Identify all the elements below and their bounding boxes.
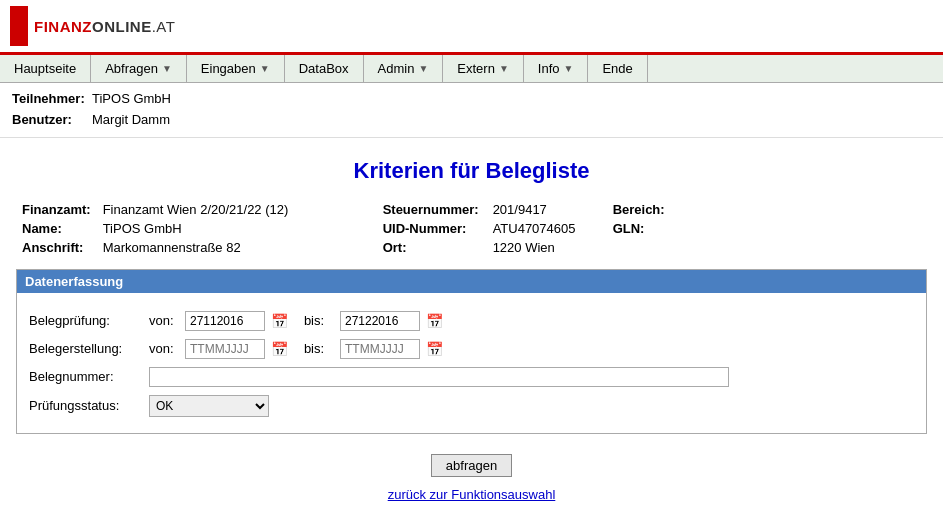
nav-extern-arrow: ▼ [499, 63, 509, 74]
header: FINANZONLINE.AT [0, 0, 943, 55]
anschrift-value: Markomannenstraße 82 [97, 238, 377, 257]
belegnummer-label: Belegnummer: [29, 369, 149, 384]
logo-red-bar [10, 6, 28, 46]
belegpruefung-von-group: von: 📅 bis: 📅 [149, 311, 443, 331]
info-row-3: Anschrift: Markomannenstraße 82 Ort: 122… [16, 238, 927, 257]
nav-ende[interactable]: Ende [588, 55, 647, 82]
von-label-1: von: [149, 313, 179, 328]
ort-value: 1220 Wien [487, 238, 607, 257]
gln-label: GLN: [607, 219, 671, 238]
nav-info[interactable]: Info ▼ [524, 55, 589, 82]
belegnummer-row: Belegnummer: [25, 367, 918, 387]
belegerstellung-row: Belegerstellung: von: 📅 bis: 📅 [25, 339, 918, 359]
gln-value [671, 219, 927, 238]
benutzer-value: Margit Damm [92, 110, 170, 131]
back-link-area: zurück zur Funktionsauswahl [16, 487, 927, 502]
teilnehmer-value: TiPOS GmbH [92, 89, 171, 110]
nav-admin-label: Admin [378, 61, 415, 76]
belegpruefung-bis-input[interactable] [340, 311, 420, 331]
benutzer-row: Benutzer: Margit Damm [12, 110, 931, 131]
steuernummer-label: Steuernummer: [377, 200, 487, 219]
nav-admin[interactable]: Admin ▼ [364, 55, 444, 82]
nav-info-label: Info [538, 61, 560, 76]
nav-abfragen-arrow: ▼ [162, 63, 172, 74]
bis-label-2: bis: [294, 341, 334, 356]
nav-extern[interactable]: Extern ▼ [443, 55, 523, 82]
info-table: Finanzamt: Finanzamt Wien 2/20/21/22 (12… [16, 200, 927, 257]
pruefungsstatus-row: Prüfungsstatus: OK Fehler Alle [25, 395, 918, 417]
user-info: Teilnehmer: TiPOS GmbH Benutzer: Margit … [0, 83, 943, 138]
belegerstellung-von-group: von: 📅 bis: 📅 [149, 339, 443, 359]
uid-value: ATU47074605 [487, 219, 607, 238]
ort-label: Ort: [377, 238, 487, 257]
info-row-1: Finanzamt: Finanzamt Wien 2/20/21/22 (12… [16, 200, 927, 219]
nav-bar: Hauptseite Abfragen ▼ Eingaben ▼ DataBox… [0, 55, 943, 83]
section-header: Datenerfassung [17, 270, 926, 293]
page-title-area: Kriterien für Belegliste [0, 138, 943, 200]
uid-label: UID-Nummer: [377, 219, 487, 238]
nav-eingaben-arrow: ▼ [260, 63, 270, 74]
bis-label-1: bis: [294, 313, 334, 328]
logo-bar: FINANZONLINE.AT [10, 6, 175, 46]
belegerstellung-bis-input[interactable] [340, 339, 420, 359]
nav-eingaben[interactable]: Eingaben ▼ [187, 55, 285, 82]
belegpruefung-von-calendar-icon[interactable]: 📅 [271, 313, 288, 329]
bereich-value [671, 200, 927, 219]
nav-databox-label: DataBox [299, 61, 349, 76]
belegerstellung-von-calendar-icon[interactable]: 📅 [271, 341, 288, 357]
pruefungsstatus-select[interactable]: OK Fehler Alle [149, 395, 269, 417]
teilnehmer-label: Teilnehmer: [12, 89, 92, 110]
pruefungsstatus-label: Prüfungsstatus: [29, 398, 149, 413]
section-content: Belegprüfung: von: 📅 bis: 📅 Belegerstell… [17, 303, 926, 433]
belegerstellung-bis-calendar-icon[interactable]: 📅 [426, 341, 443, 357]
belegnummer-input[interactable] [149, 367, 729, 387]
steuernummer-value: 201/9417 [487, 200, 607, 219]
nav-hauptseite-label: Hauptseite [14, 61, 76, 76]
von-label-2: von: [149, 341, 179, 356]
nav-abfragen[interactable]: Abfragen ▼ [91, 55, 187, 82]
section-box: Datenerfassung Belegprüfung: von: 📅 bis:… [16, 269, 927, 434]
belegpruefung-row: Belegprüfung: von: 📅 bis: 📅 [25, 311, 918, 331]
nav-eingaben-label: Eingaben [201, 61, 256, 76]
name-label: Name: [16, 219, 97, 238]
nav-extern-label: Extern [457, 61, 495, 76]
page-title: Kriterien für Belegliste [0, 158, 943, 184]
back-link[interactable]: zurück zur Funktionsauswahl [388, 487, 556, 502]
nav-hauptseite[interactable]: Hauptseite [0, 55, 91, 82]
anschrift-label: Anschrift: [16, 238, 97, 257]
abfragen-button[interactable]: abfragen [431, 454, 512, 477]
belegpruefung-bis-calendar-icon[interactable]: 📅 [426, 313, 443, 329]
nav-abfragen-label: Abfragen [105, 61, 158, 76]
logo-text: FINANZONLINE.AT [34, 18, 175, 35]
benutzer-label: Benutzer: [12, 110, 92, 131]
nav-info-arrow: ▼ [564, 63, 574, 74]
belegerstellung-label: Belegerstellung: [29, 341, 149, 356]
belegpruefung-label: Belegprüfung: [29, 313, 149, 328]
teilnehmer-row: Teilnehmer: TiPOS GmbH [12, 89, 931, 110]
name-value: TiPOS GmbH [97, 219, 377, 238]
belegerstellung-von-input[interactable] [185, 339, 265, 359]
button-area: abfragen [16, 454, 927, 477]
belegpruefung-von-input[interactable] [185, 311, 265, 331]
finanzamt-value: Finanzamt Wien 2/20/21/22 (12) [97, 200, 377, 219]
main-content: Finanzamt: Finanzamt Wien 2/20/21/22 (12… [0, 200, 943, 506]
nav-ende-label: Ende [602, 61, 632, 76]
bereich-label: Bereich: [607, 200, 671, 219]
nav-databox[interactable]: DataBox [285, 55, 364, 82]
info-row-2: Name: TiPOS GmbH UID-Nummer: ATU47074605… [16, 219, 927, 238]
finanzamt-label: Finanzamt: [16, 200, 97, 219]
nav-admin-arrow: ▼ [418, 63, 428, 74]
